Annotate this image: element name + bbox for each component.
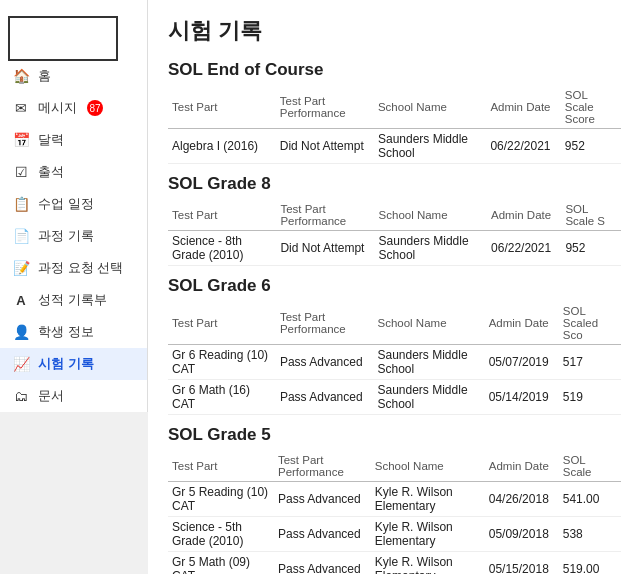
- col-header-performance: Test Part Performance: [276, 86, 374, 129]
- logo-box: [8, 16, 118, 61]
- cell-school: Saunders Middle School: [375, 231, 487, 266]
- sidebar-item-test-records[interactable]: 📈 시험 기록: [0, 348, 147, 380]
- sidebar-item-home[interactable]: 🏠 홈: [0, 60, 147, 92]
- cell-performance: Pass Advanced: [274, 482, 371, 517]
- sidebar-item-messages[interactable]: ✉ 메시지 87: [0, 92, 147, 124]
- main-content: 시험 기록 SOL End of Course Test Part Test P…: [148, 0, 641, 574]
- sidebar-item-course-requests[interactable]: 📝 과정 요청 선택: [0, 252, 147, 284]
- table-eoc: Test Part Test Part Performance School N…: [168, 86, 621, 164]
- table-row: Algebra I (2016) Did Not Attempt Saunder…: [168, 129, 621, 164]
- col-header-performance: Test Part Performance: [274, 451, 371, 482]
- sidebar-item-grades[interactable]: A 성적 기록부: [0, 284, 147, 316]
- col-header-date: Admin Date: [486, 86, 560, 129]
- cell-performance: Pass Advanced: [276, 345, 374, 380]
- col-header-school: School Name: [375, 200, 487, 231]
- cell-school: Saunders Middle School: [374, 129, 486, 164]
- col-header-score: SOL Scale S: [561, 200, 621, 231]
- col-header-performance: Test Part Performance: [276, 200, 374, 231]
- col-header-test-part: Test Part: [168, 302, 276, 345]
- section-title-grade8: SOL Grade 8: [168, 174, 621, 194]
- sidebar-item-course-records[interactable]: 📄 과정 기록: [0, 220, 147, 252]
- col-header-score: SOL Scale Score: [561, 86, 621, 129]
- cell-date: 05/14/2019: [485, 380, 559, 415]
- cell-performance: Pass Advanced: [274, 517, 371, 552]
- sidebar-item-label: 과정 요청 선택: [38, 259, 123, 277]
- sidebar-item-calendar[interactable]: 📅 달력: [0, 124, 147, 156]
- sidebar-item-student-info[interactable]: 👤 학생 정보: [0, 316, 147, 348]
- table-row: Gr 6 Reading (10) CAT Pass Advanced Saun…: [168, 345, 621, 380]
- cell-performance: Did Not Attempt: [276, 231, 374, 266]
- col-header-date: Admin Date: [485, 302, 559, 345]
- sidebar-item-documents[interactable]: 🗂 문서: [0, 380, 147, 412]
- cell-date: 05/15/2018: [485, 552, 559, 575]
- cell-performance: Pass Advanced: [276, 380, 374, 415]
- cell-date: 06/22/2021: [486, 129, 560, 164]
- cell-date: 05/09/2018: [485, 517, 559, 552]
- page-title: 시험 기록: [168, 16, 621, 46]
- messages-icon: ✉: [12, 99, 30, 117]
- cell-school: Kyle R. Wilson Elementary: [371, 517, 485, 552]
- section-title-eoc: SOL End of Course: [168, 60, 621, 80]
- cell-school: Saunders Middle School: [374, 345, 485, 380]
- col-header-test-part: Test Part: [168, 451, 274, 482]
- table-row: Gr 5 Reading (10) CAT Pass Advanced Kyle…: [168, 482, 621, 517]
- documents-icon: 🗂: [12, 387, 30, 405]
- sidebar-item-label: 수업 일정: [38, 195, 94, 213]
- course-records-icon: 📄: [12, 227, 30, 245]
- sidebar-item-label: 홈: [38, 67, 51, 85]
- cell-school: Kyle R. Wilson Elementary: [371, 552, 485, 575]
- col-header-school: School Name: [374, 86, 486, 129]
- sidebar-item-label: 학생 정보: [38, 323, 94, 341]
- col-header-test-part: Test Part: [168, 86, 276, 129]
- sidebar-item-label: 과정 기록: [38, 227, 94, 245]
- sidebar-item-label: 문서: [38, 387, 64, 405]
- messages-badge: 87: [87, 100, 103, 116]
- cell-score: 519: [559, 380, 621, 415]
- table-grade8: Test Part Test Part Performance School N…: [168, 200, 621, 266]
- table-row: Science - 5th Grade (2010) Pass Advanced…: [168, 517, 621, 552]
- cell-test-part: Gr 6 Math (16) CAT: [168, 380, 276, 415]
- home-icon: 🏠: [12, 67, 30, 85]
- col-header-performance: Test Part Performance: [276, 302, 374, 345]
- col-header-school: School Name: [371, 451, 485, 482]
- col-header-date: Admin Date: [485, 451, 559, 482]
- cell-test-part: Algebra I (2016): [168, 129, 276, 164]
- col-header-test-part: Test Part: [168, 200, 276, 231]
- cell-test-part: Science - 5th Grade (2010): [168, 517, 274, 552]
- table-row: Gr 6 Math (16) CAT Pass Advanced Saunder…: [168, 380, 621, 415]
- table-grade6: Test Part Test Part Performance School N…: [168, 302, 621, 415]
- schedule-icon: 📋: [12, 195, 30, 213]
- cell-test-part: Science - 8th Grade (2010): [168, 231, 276, 266]
- cell-score: 952: [561, 129, 621, 164]
- cell-score: 952: [561, 231, 621, 266]
- table-grade5: Test Part Test Part Performance School N…: [168, 451, 621, 574]
- course-requests-icon: 📝: [12, 259, 30, 277]
- table-row: Gr 5 Math (09) CAT Pass Advanced Kyle R.…: [168, 552, 621, 575]
- sidebar-item-schedule[interactable]: 📋 수업 일정: [0, 188, 147, 220]
- sidebar-item-label: 출석: [38, 163, 64, 181]
- cell-score: 538: [559, 517, 621, 552]
- cell-test-part: Gr 5 Math (09) CAT: [168, 552, 274, 575]
- attendance-icon: ☑: [12, 163, 30, 181]
- sidebar-item-label: 성적 기록부: [38, 291, 107, 309]
- col-header-score: SOL Scale: [559, 451, 621, 482]
- cell-school: Kyle R. Wilson Elementary: [371, 482, 485, 517]
- cell-test-part: Gr 5 Reading (10) CAT: [168, 482, 274, 517]
- cell-date: 06/22/2021: [487, 231, 561, 266]
- cell-performance: Pass Advanced: [274, 552, 371, 575]
- col-header-score: SOL Scaled Sco: [559, 302, 621, 345]
- student-info-icon: 👤: [12, 323, 30, 341]
- cell-date: 04/26/2018: [485, 482, 559, 517]
- cell-score: 517: [559, 345, 621, 380]
- col-header-date: Admin Date: [487, 200, 561, 231]
- sidebar-item-label: 메시지: [38, 99, 77, 117]
- cell-score: 519.00: [559, 552, 621, 575]
- cell-school: Saunders Middle School: [374, 380, 485, 415]
- cell-test-part: Gr 6 Reading (10) CAT: [168, 345, 276, 380]
- section-title-grade5: SOL Grade 5: [168, 425, 621, 445]
- sidebar-item-attendance[interactable]: ☑ 출석: [0, 156, 147, 188]
- cell-date: 05/07/2019: [485, 345, 559, 380]
- calendar-icon: 📅: [12, 131, 30, 149]
- sidebar-item-label: 시험 기록: [38, 355, 94, 373]
- cell-score: 541.00: [559, 482, 621, 517]
